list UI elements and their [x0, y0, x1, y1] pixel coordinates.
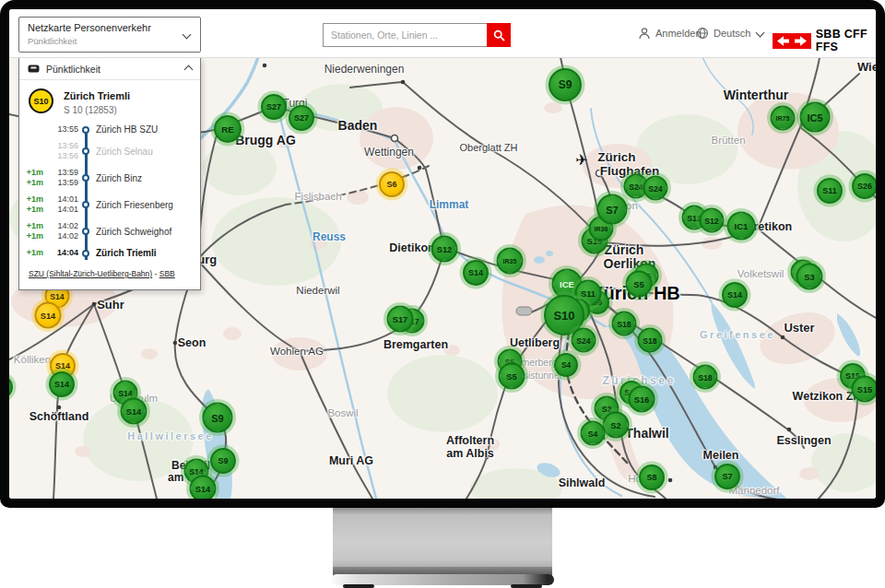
line-badge-s14[interactable]: S14 [463, 260, 489, 286]
login-label: Anmelden [655, 28, 702, 39]
search-bar [323, 23, 511, 47]
line-badge-s18[interactable]: S18 [612, 312, 637, 336]
line-badge-s16[interactable]: S16 [629, 386, 655, 413]
stop-marker [82, 250, 89, 257]
layer-selector-dropdown[interactable]: Netzkarte Personenverkehr Pünktlichkeit [18, 17, 201, 53]
monitor-foot-right [511, 584, 542, 588]
layer-subtitle: Pünktlichkeit [28, 36, 192, 46]
stop-marker [82, 201, 89, 208]
map-label: Uetliberg [510, 336, 560, 349]
line-badge-s18[interactable]: S18 [638, 328, 663, 353]
stop-name: Zürich HB SZU [96, 124, 158, 135]
stop-row: 13:55Zürich HB SZU [23, 124, 195, 135]
line-badge-s24[interactable]: S24 [643, 176, 668, 201]
line-badge-s14[interactable]: S14 [35, 302, 62, 329]
map-label: Zürich [605, 242, 644, 257]
line-badge-s8[interactable]: S8 [639, 465, 665, 490]
stop-name: Zürich Triemli [96, 248, 157, 258]
footer-separator: - [152, 269, 159, 278]
line-badge-s15[interactable]: S15 [852, 376, 877, 403]
map-label: Wies [857, 60, 876, 74]
line-badge-ir35[interactable]: IR35 [497, 248, 524, 275]
line-badge-s7[interactable]: S7 [597, 194, 628, 225]
line-badge-s18[interactable]: S18 [693, 365, 718, 390]
panel-footer: SZU (Sihltal-Zürich-Uetliberg-Bahn) - SB… [19, 265, 200, 286]
line-badge-s3[interactable]: S3 [796, 264, 823, 290]
line-badge-s27[interactable]: S27 [261, 94, 287, 120]
map-label: Affoltern [446, 434, 494, 447]
map-label: Limmat [430, 198, 469, 211]
line-badge-s14[interactable]: S14 [49, 371, 75, 397]
map-label: Oberglatt ZH [460, 142, 518, 153]
monitor-stand-neck [333, 508, 552, 569]
line-badge-s27[interactable]: S27 [289, 105, 314, 131]
line-badge-s14[interactable]: S14 [190, 476, 217, 500]
map-label: Sihlwald [559, 476, 606, 489]
line-badge-s12[interactable]: S12 [700, 208, 725, 233]
map-label: Esslingen [776, 434, 831, 447]
map-label: Winterthur [724, 88, 789, 102]
line-badge-s17[interactable]: S17 [387, 306, 414, 333]
sbb-logo: SBB CFF FFS [773, 28, 876, 53]
map-label: Brugg AG [235, 133, 296, 147]
map-label: Seon [178, 336, 206, 349]
line-badge-s6[interactable]: S6 [379, 171, 405, 197]
line-badge-s14[interactable]: S14 [121, 398, 148, 425]
map-label: Fislisbach [294, 191, 341, 202]
map-label: Thalwil [625, 426, 668, 441]
stop-row: +1m+1m14:0114:01Zürich Friesenberg [23, 194, 195, 215]
operator-link[interactable]: SZU (Sihltal-Zürich-Uetliberg-Bahn) [29, 269, 152, 278]
line-badge-s9[interactable]: S9 [210, 448, 236, 474]
stops-list: 13:55Zürich HB SZU13:5613:56Zürich Selna… [19, 119, 200, 258]
stop-name: Zürich Friesenberg [96, 200, 173, 210]
map-label: Volketswil [738, 268, 785, 279]
chevron-up-icon[interactable] [184, 65, 194, 75]
search-icon [493, 29, 505, 41]
app-screen: NiederweningenTurgiBadenBrugg AGWettinge… [9, 9, 876, 499]
line-badge-s14[interactable]: S14 [722, 282, 748, 308]
map-label: am Albis [446, 447, 494, 460]
line-badge-s4[interactable]: S4 [554, 353, 578, 377]
stop-marker [82, 228, 89, 235]
line-badge-re[interactable]: RE [214, 115, 242, 143]
panel-title: Pünktlichkeit [46, 64, 100, 75]
line-badge-ic5[interactable]: IC5 [800, 102, 831, 133]
monitor-bezel: NiederweningenTurgiBadenBrugg AGWettinge… [0, 0, 885, 508]
airplane-icon: ✈ [575, 151, 587, 169]
stop-marker [82, 174, 89, 182]
line-badge-s7[interactable]: S7 [714, 464, 740, 489]
search-input[interactable] [323, 23, 487, 47]
line-badge-s11[interactable]: S11 [817, 178, 843, 204]
map-label: Männedorf [729, 485, 780, 496]
map-label: Zürich [597, 150, 635, 164]
stop-marker [82, 126, 89, 134]
line-badge-s5[interactable]: S5 [499, 363, 525, 390]
stop-name: Zürich Schweighof [96, 227, 171, 237]
sbb-logo-text: SBB CFF FFS [816, 28, 876, 53]
map-label: Muri AG [329, 454, 373, 467]
map-label: Reuss [313, 230, 346, 243]
language-selector[interactable]: Deutsch [696, 9, 763, 57]
panel-header[interactable]: Pünktlichkeit [19, 58, 200, 80]
line-badge-s24[interactable]: S24 [572, 328, 596, 353]
line-badge-s26[interactable]: S26 [852, 173, 876, 199]
line-badge-ic1[interactable]: IC1 [727, 212, 756, 241]
line-badge-s4[interactable]: S4 [581, 421, 606, 446]
map-label: Boswil [327, 407, 358, 418]
line-badge-s9[interactable]: S9 [203, 403, 233, 433]
line-badge-s5[interactable]: S5 [626, 271, 653, 298]
map-label: Wettingen [364, 146, 414, 159]
chevron-down-icon [756, 28, 765, 37]
sbb-link[interactable]: SBB [159, 269, 175, 278]
line-badge-s9[interactable]: S9 [549, 68, 582, 101]
line-badge-ir75[interactable]: IR75 [771, 106, 796, 131]
layer-title: Netzkarte Personenverkehr [28, 22, 192, 33]
stop-row: 13:5613:56Zürich Selnau [23, 141, 195, 161]
search-button[interactable] [487, 23, 511, 47]
map-label: Niederweningen [324, 63, 405, 76]
line-badge-s2[interactable]: S2 [603, 412, 630, 439]
line-badge-s12[interactable]: S12 [431, 236, 458, 263]
map-label: Schöftland [30, 410, 89, 423]
stop-row: +1m14:04Zürich Triemli [23, 248, 195, 258]
login-button[interactable]: Anmelden [638, 9, 702, 57]
